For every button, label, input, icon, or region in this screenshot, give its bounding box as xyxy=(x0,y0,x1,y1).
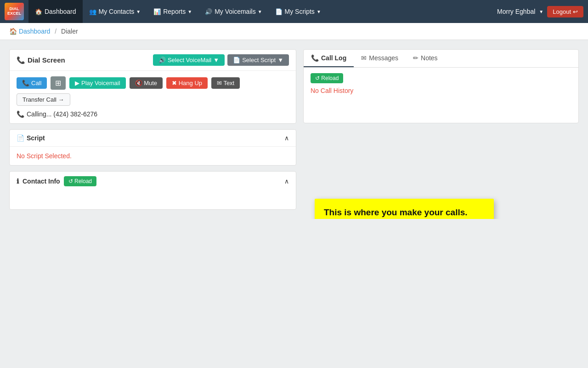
select-voicemail-label: Select VoiceMail xyxy=(168,57,211,63)
transfer-call-label: Transfer Call → xyxy=(23,96,64,103)
chevron-down-icon: ▼ xyxy=(136,9,141,14)
notes-tab-label: Notes xyxy=(421,54,438,62)
breadcrumb-home-text: Dashboard xyxy=(19,28,51,35)
script-section-title: 📄 Script xyxy=(17,134,45,142)
play-voicemail-label: ▶ Play Voicemail xyxy=(75,80,120,86)
user-chevron-icon: ▼ xyxy=(539,9,543,14)
logout-label: Logout xyxy=(553,8,571,15)
contact-reload-label: ↺ Reload xyxy=(68,178,92,184)
call-label: Call xyxy=(31,80,41,86)
dial-screen-card: 📞 Dial Screen 🔊 Select VoiceMail ▼ 📄 Sel… xyxy=(9,49,296,124)
tab-call-log[interactable]: 📞 Call Log xyxy=(304,50,354,67)
nav-right: Morry Eghbal ▼ Logout ↩ xyxy=(497,6,583,17)
reports-icon: 📊 xyxy=(153,8,161,15)
chevron-down-icon-4: ▼ xyxy=(317,9,321,14)
text-label: ✉ Text xyxy=(217,80,234,86)
breadcrumb-home-link[interactable]: Dashboard xyxy=(19,28,52,35)
text-button[interactable]: ✉ Text xyxy=(211,77,240,89)
nav-voicemails-label: My Voicemails xyxy=(215,8,255,15)
script-caret: ▼ xyxy=(277,57,283,63)
voicemail-btn-icon: 🔊 xyxy=(158,57,166,63)
call-log-body: ↺ Reload No Call History xyxy=(304,68,578,123)
contact-info-icon: ℹ xyxy=(17,178,19,185)
home-breadcrumb-icon: 🏠 xyxy=(9,28,17,35)
breadcrumb-separator: / xyxy=(55,28,57,35)
script-title-text: Script xyxy=(27,134,45,142)
hang-up-button[interactable]: ✖ Hang Up xyxy=(166,77,208,89)
contact-reload-button[interactable]: ↺ Reload xyxy=(64,176,96,186)
hang-up-label: ✖ Hang Up xyxy=(172,80,202,86)
no-call-history-text: No Call History xyxy=(311,87,571,94)
call-log-reload-label: ↺ Reload xyxy=(315,75,339,81)
contact-info-section: ℹ Contact Info ↺ Reload ∧ xyxy=(9,171,296,210)
script-section-icon: 📄 xyxy=(17,134,24,142)
contacts-icon: 👥 xyxy=(89,8,96,15)
nav-scripts-label: My Scripts xyxy=(285,8,315,15)
nav-dashboard-label: Dashboard xyxy=(45,8,76,15)
notes-tab-icon: ✏ xyxy=(413,54,418,62)
no-script-text: No Script Selected. xyxy=(17,152,72,160)
play-voicemail-button[interactable]: ▶ Play Voicemail xyxy=(69,77,125,89)
tab-messages[interactable]: ✉ Messages xyxy=(354,50,406,67)
nav-item-voicemails[interactable]: 🔊 My Voicemails ▼ xyxy=(198,0,268,23)
select-script-button[interactable]: 📄 Select Script ▼ xyxy=(227,54,289,66)
contact-info-header: ℹ Contact Info ↺ Reload ∧ xyxy=(10,172,296,191)
right-panel: 📞 Call Log ✉ Messages ✏ Notes ↺ Reload xyxy=(303,49,579,123)
sticky-note: This is where you make your calls. Send … xyxy=(315,199,494,219)
grid-button[interactable]: ⊞ xyxy=(51,76,66,90)
nav-item-scripts[interactable]: 📄 My Scripts ▼ xyxy=(269,0,328,23)
call-log-tab-label: Call Log xyxy=(321,54,346,62)
transfer-call-button[interactable]: Transfer Call → xyxy=(17,93,70,106)
dial-screen-title: 📞 Dial Screen xyxy=(17,56,65,64)
logout-button[interactable]: Logout ↩ xyxy=(547,6,583,17)
contact-collapse-icon: ∧ xyxy=(284,178,289,185)
call-log-reload-button[interactable]: ↺ Reload xyxy=(311,73,343,83)
grid-icon: ⊞ xyxy=(55,79,61,87)
select-script-label: Select Script xyxy=(242,57,276,63)
contact-info-title: ℹ Contact Info ↺ Reload xyxy=(17,176,96,186)
user-name[interactable]: Morry Eghbal xyxy=(497,8,535,15)
contact-info-title-text: Contact Info xyxy=(23,178,60,185)
calling-status: 📞 Calling... (424) 382-6276 xyxy=(17,110,289,118)
navbar: DIAL EXCEL 🏠 Dashboard 👥 My Contacts ▼ 📊… xyxy=(0,0,588,23)
home-icon: 🏠 xyxy=(35,8,42,15)
nav-item-reports[interactable]: 📊 Reports ▼ xyxy=(147,0,198,23)
select-voicemail-button[interactable]: 🔊 Select VoiceMail ▼ xyxy=(153,54,225,66)
nav-item-my-contacts[interactable]: 👥 My Contacts ▼ xyxy=(83,0,147,23)
header-buttons: 🔊 Select VoiceMail ▼ 📄 Select Script ▼ xyxy=(153,54,289,66)
script-collapse-icon: ∧ xyxy=(284,134,289,142)
chevron-down-icon-2: ▼ xyxy=(187,9,192,14)
voicemail-caret: ▼ xyxy=(213,57,219,63)
nav-reports-label: Reports xyxy=(163,8,186,15)
call-log-tab-icon: 📞 xyxy=(311,54,319,62)
dial-screen-title-text: Dial Screen xyxy=(28,56,65,64)
voicemail-icon: 🔊 xyxy=(205,8,212,15)
scripts-icon: 📄 xyxy=(275,8,283,15)
mute-button[interactable]: 🔇 Mute xyxy=(130,77,163,89)
tab-notes[interactable]: ✏ Notes xyxy=(406,50,445,67)
nav-items: 🏠 Dashboard 👥 My Contacts ▼ 📊 Reports ▼ … xyxy=(28,0,497,23)
nav-item-dashboard[interactable]: 🏠 Dashboard xyxy=(28,0,83,23)
script-section-body: No Script Selected. xyxy=(10,147,296,165)
call-icon: 📞 xyxy=(22,80,29,86)
script-section-header[interactable]: 📄 Script ∧ xyxy=(10,130,296,147)
brand-logo: DIAL EXCEL xyxy=(5,3,24,20)
dial-icon: 📞 xyxy=(17,56,25,64)
script-section-card: 📄 Script ∧ No Script Selected. xyxy=(9,129,296,166)
phone-icon: 📞 xyxy=(17,110,24,118)
chevron-down-icon-3: ▼ xyxy=(258,9,262,14)
nav-contacts-label: My Contacts xyxy=(99,8,135,15)
script-btn-icon: 📄 xyxy=(233,57,240,63)
call-button[interactable]: 📞 Call xyxy=(17,77,47,89)
calling-status-text: Calling... (424) 382-6276 xyxy=(27,110,97,118)
breadcrumb-current: Dialer xyxy=(61,28,78,35)
tabs-header: 📞 Call Log ✉ Messages ✏ Notes xyxy=(304,50,578,68)
brand: DIAL EXCEL xyxy=(5,3,24,20)
mute-label: 🔇 Mute xyxy=(135,80,158,86)
contact-info-body xyxy=(10,191,296,209)
messages-tab-label: Messages xyxy=(369,54,398,62)
breadcrumb: 🏠 Dashboard / Dialer xyxy=(0,23,588,40)
sticky-note-heading: This is where you make your calls. xyxy=(324,207,485,218)
dial-body: 📞 Call ⊞ ▶ Play Voicemail 🔇 Mute xyxy=(10,71,296,123)
main-content: 📞 Dial Screen 🔊 Select VoiceMail ▼ 📄 Sel… xyxy=(0,40,588,219)
